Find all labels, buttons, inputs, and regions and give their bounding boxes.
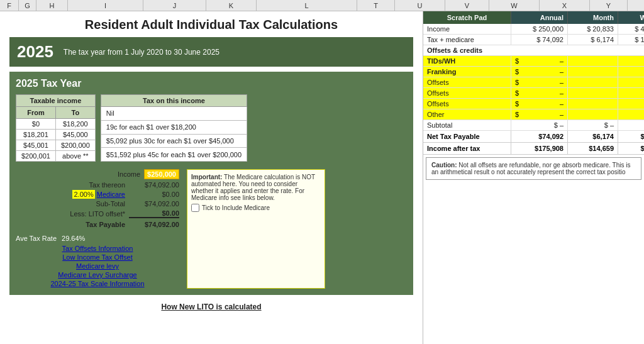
tax-rate-2: 19c for each $1 over $18,200 — [101, 120, 247, 134]
tax-payable-row: Tax Payable $74,092.00 — [16, 221, 179, 228]
other-label: Other — [423, 109, 511, 119]
col-g: G — [19, 0, 36, 11]
franking-row: Franking $ — [423, 67, 644, 77]
income-after-annual: $175,908 — [511, 143, 568, 154]
calc-left-panel: Income $250,000 Tax thereon $74,092.00 2… — [16, 169, 179, 289]
franking-value-cell: $ — [511, 67, 568, 77]
col-t: T — [357, 0, 395, 11]
link-medicare-levy[interactable]: Medicare levy — [16, 262, 179, 270]
table-row: $51,592 plus 45c for each $1 over $200,0… — [101, 148, 247, 162]
col-f: F — [0, 0, 19, 11]
income-annual: $ 250,000 — [511, 24, 568, 34]
tids-input[interactable] — [520, 57, 564, 65]
scratch-pad-header: Scratch Pad Annual Month Week — [423, 11, 644, 24]
lito-row: Less: LITO offset* $0.00 — [16, 209, 179, 218]
tax-medicare-week: $ 1,425 — [618, 35, 644, 45]
subtotal-week: $ – — [618, 120, 644, 130]
income-month: $ 20,833 — [568, 24, 618, 34]
ave-tax-label: Ave Tax Rate — [16, 235, 57, 242]
subtotal-label: Sub-Total — [96, 200, 125, 208]
offsets-month-2 — [568, 88, 618, 98]
link-tax-offsets[interactable]: Tax Offsets Information — [16, 245, 179, 252]
income-to-1: $18,200 — [55, 119, 95, 130]
tax-rate-1: Nil — [101, 107, 247, 121]
franking-month — [568, 67, 618, 77]
tables-row: Taxable income From To $0 $18,200 — [16, 94, 407, 162]
col-y: Y — [590, 0, 628, 11]
offsets-input-1[interactable] — [520, 79, 564, 86]
subtotal-row: Sub-Total $74,092.00 — [16, 200, 179, 208]
medicare-percent: 2.00% — [72, 190, 94, 199]
income-to-3: $200,000 — [55, 140, 95, 151]
net-tax-row: Net Tax Payable $74,092 $6,174 $1,42 — [423, 131, 644, 143]
how-lito-link[interactable]: How New LITO is calculated — [9, 302, 413, 311]
franking-input[interactable] — [520, 68, 564, 75]
tax-year-title: 2025 Tax Year — [16, 78, 407, 89]
subtotal-scratch-label: Subtotal — [423, 120, 511, 130]
link-low-income[interactable]: Low Income Tax Offset — [16, 253, 179, 261]
income-week: $ 4,808 — [618, 24, 644, 34]
to-header: To — [55, 107, 95, 119]
medicare-percent-label: 2.00% Medicare — [72, 191, 125, 198]
tax-thereon-row: Tax thereon $74,092.00 — [16, 181, 179, 189]
offsets-input-2[interactable] — [520, 89, 564, 97]
medicare-checkbox[interactable] — [191, 204, 199, 212]
offsets-month-3 — [568, 99, 618, 109]
subtotal-annual: $ – — [511, 120, 568, 130]
tax-medicare-label: Tax + medicare — [423, 35, 511, 45]
tax-thereon-label: Tax thereon — [89, 181, 125, 189]
income-after-label: Income after tax — [423, 143, 511, 154]
offsets-input-3[interactable] — [520, 100, 564, 108]
income-label: Income — [118, 170, 140, 178]
taxable-income-header: Taxable income — [16, 95, 96, 107]
lito-label: Less: LITO offset* — [70, 210, 125, 218]
subtotal-month: $ – — [568, 120, 618, 130]
col-x: X — [540, 0, 590, 11]
offsets-month-1 — [568, 77, 618, 87]
caution-title: Caution: — [431, 162, 457, 169]
offsets-week-3 — [618, 99, 644, 109]
income-after-month: $14,659 — [568, 143, 618, 154]
income-to-2: $45,000 — [55, 130, 95, 140]
tax-medicare-scratch-row: Tax + medicare $ 74,092 $ 6,174 $ 1,425 — [423, 35, 644, 45]
table-row: $5,092 plus 30c for each $1 over $45,000 — [101, 134, 247, 148]
tax-payable-value: $74,092.00 — [129, 221, 179, 228]
medicare-link[interactable]: Medicare — [97, 191, 125, 198]
link-tax-scale[interactable]: 2024-25 Tax Scale Information — [16, 280, 179, 287]
offsets-label-1: Offsets — [423, 77, 511, 87]
offsets-value-3: $ — [511, 99, 568, 109]
other-month — [568, 109, 618, 119]
net-tax-label: Net Tax Payable — [423, 131, 511, 142]
year-subtitle: The tax year from 1 July 2020 to 30 June… — [64, 48, 219, 57]
offsets-week-2 — [618, 88, 644, 98]
year-number: 2025 — [17, 42, 53, 62]
caution-text: Not all offsets are refundable, nor ge a… — [431, 162, 630, 175]
tax-medicare-annual: $ 74,092 — [511, 35, 568, 45]
net-tax-week: $1,42 — [618, 131, 644, 142]
col-k: K — [206, 0, 257, 11]
links-section: Tax Offsets Information Low Income Tax O… — [16, 245, 179, 287]
income-to-4: above ** — [55, 151, 95, 162]
table-row: $18,201 $45,000 — [16, 130, 96, 140]
notice-box: Important: The Medicare calculation is N… — [187, 169, 325, 289]
month-header: Month — [568, 11, 618, 24]
income-scratch-label: Income — [423, 24, 511, 34]
other-input[interactable] — [520, 111, 564, 118]
notice-title: Important: — [191, 174, 222, 180]
offsets-label-3: Offsets — [423, 99, 511, 109]
offsets-row-2: Offsets $ — [423, 88, 644, 99]
income-value[interactable]: $250,000 — [144, 169, 179, 179]
income-from-3: $45,001 — [16, 140, 56, 151]
year-banner: 2025 The tax year from 1 July 2020 to 30… — [9, 37, 413, 67]
offsets-label-2: Offsets — [423, 88, 511, 98]
table-row: $200,001 above ** — [16, 151, 96, 162]
other-week — [618, 109, 644, 119]
col-j: J — [143, 0, 206, 11]
tax-on-income-header: Tax on this income — [101, 95, 247, 107]
income-from-4: $200,001 — [16, 151, 56, 162]
caution-box: Caution: Not all offsets are refundable,… — [426, 157, 641, 180]
col-h: H — [36, 0, 68, 11]
scratch-pad-title: Scratch Pad — [423, 11, 511, 24]
tax-medicare-month: $ 6,174 — [568, 35, 618, 45]
link-medicare-surcharge[interactable]: Medicare Levy Surcharge — [16, 271, 179, 279]
